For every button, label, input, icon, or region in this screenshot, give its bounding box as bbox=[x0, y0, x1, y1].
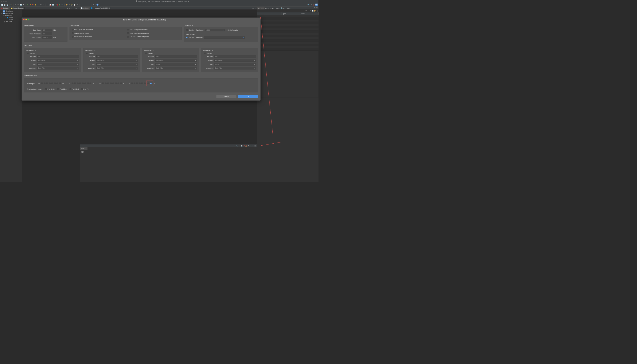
pencil-icon[interactable]: ✏ bbox=[68, 4, 70, 6]
table-row[interactable] bbox=[257, 24, 319, 26]
maximize-icon[interactable]: ▢ bbox=[254, 7, 256, 9]
port-22-checkbox[interactable] bbox=[74, 82, 76, 84]
screenshot-icon[interactable]: 🖼 bbox=[92, 4, 95, 6]
port-7-checkbox[interactable] bbox=[131, 82, 133, 84]
minimize-icon[interactable]: ▭ bbox=[252, 145, 254, 147]
suspend-icon[interactable]: ⏸ bbox=[29, 4, 32, 6]
port-24-checkbox[interactable] bbox=[59, 82, 61, 84]
port-18-checkbox[interactable] bbox=[85, 82, 86, 84]
core-clock-input[interactable] bbox=[42, 29, 52, 32]
port-6-checkbox[interactable] bbox=[134, 82, 136, 84]
clock-prescaler-input[interactable] bbox=[42, 33, 52, 35]
list-icon[interactable]: 📋 bbox=[74, 4, 76, 6]
dialog-controls[interactable] bbox=[23, 19, 29, 20]
toggle-icon[interactable]: ⊞ bbox=[76, 4, 78, 6]
minimize-dot[interactable] bbox=[3, 1, 5, 2]
stop-icon[interactable]: ⏹ bbox=[23, 4, 25, 6]
close-icon[interactable]: × bbox=[88, 7, 89, 9]
cancel-button[interactable]: Cancel bbox=[217, 95, 236, 98]
comp-3-var-input[interactable] bbox=[214, 55, 256, 58]
fold-checkbox[interactable] bbox=[72, 36, 74, 38]
vars-col-name[interactable] bbox=[257, 12, 282, 15]
close-icon[interactable]: × bbox=[8, 7, 9, 9]
table-row[interactable] bbox=[257, 40, 319, 42]
table-row[interactable] bbox=[257, 37, 319, 40]
comp-2-size-select[interactable]: Word▾ bbox=[155, 63, 197, 66]
variables-tab[interactable]: (x)=V…× bbox=[257, 7, 265, 10]
port-9-checkbox[interactable] bbox=[118, 82, 120, 84]
add-icon[interactable]: ＋ bbox=[250, 145, 252, 147]
port-15-checkbox[interactable] bbox=[102, 82, 104, 84]
undo-icon[interactable]: ↶ bbox=[15, 4, 17, 6]
priv-15-8-checkbox[interactable] bbox=[70, 88, 71, 90]
ts-prescaler-select[interactable]: 1⇅ bbox=[204, 36, 245, 39]
menu-icon[interactable]: ⋮ bbox=[73, 7, 75, 9]
comp-1-size-select[interactable]: Word▾ bbox=[96, 63, 138, 66]
swo-clock-input[interactable] bbox=[42, 36, 52, 39]
expressions-tab[interactable]: 👓E… bbox=[269, 7, 275, 10]
port-27-checkbox[interactable] bbox=[52, 82, 53, 84]
run-icon[interactable]: ▶ bbox=[59, 4, 61, 6]
port-16-checkbox[interactable] bbox=[90, 82, 92, 84]
open-icon[interactable]: 📂 bbox=[66, 4, 68, 6]
table-row[interactable] bbox=[257, 22, 319, 24]
wand-icon[interactable]: 🪄 bbox=[71, 4, 73, 6]
table-row[interactable] bbox=[257, 48, 319, 50]
exetrc-checkbox[interactable] bbox=[127, 36, 129, 38]
port-29-checkbox[interactable] bbox=[47, 82, 48, 84]
back-icon[interactable]: ← bbox=[80, 4, 83, 6]
port-5-checkbox[interactable] bbox=[136, 82, 138, 84]
profile-icon[interactable]: 🔧 bbox=[62, 4, 64, 6]
forward-icon[interactable]: → bbox=[83, 4, 85, 6]
port-28-checkbox[interactable] bbox=[49, 82, 51, 84]
next-icon[interactable]: → bbox=[88, 4, 91, 6]
port-14-checkbox[interactable] bbox=[105, 82, 107, 84]
port-8-checkbox[interactable] bbox=[120, 82, 122, 84]
search-icon[interactable]: 🔍 bbox=[308, 4, 310, 6]
minimize-icon[interactable]: ▭ bbox=[252, 7, 254, 9]
wrench-icon[interactable]: 🔧 bbox=[236, 145, 238, 147]
close-icon[interactable]: × bbox=[263, 7, 264, 9]
collapse-icon[interactable]: ⊟ bbox=[305, 10, 307, 12]
new-icon[interactable]: 📄 bbox=[312, 10, 314, 12]
terminate-icon[interactable]: ⏹ bbox=[32, 4, 34, 6]
perspective-icon[interactable]: ⊞ bbox=[310, 4, 312, 6]
settings-icon[interactable]: ⚙ bbox=[248, 145, 249, 147]
view-menu-icon[interactable]: ⊞ bbox=[66, 7, 68, 9]
disconnect-icon[interactable]: ⚡ bbox=[35, 4, 37, 6]
import-icon[interactable]: → bbox=[308, 10, 309, 12]
port-3-checkbox[interactable] bbox=[141, 82, 143, 84]
ok-button[interactable]: OK bbox=[238, 95, 258, 98]
port-30-checkbox[interactable] bbox=[44, 82, 46, 84]
tree-project[interactable]: ⌄IDEL152RE-I2C bbox=[1, 12, 22, 14]
save-icon[interactable]: 💾 bbox=[241, 145, 243, 147]
minimize-dot[interactable] bbox=[26, 19, 27, 20]
project-explorer-tab[interactable]: 📁 Project Explorer bbox=[10, 7, 25, 10]
comp-0-var-input[interactable] bbox=[37, 55, 79, 58]
tree-exe[interactable]: ⌄⚙L152RE-I bbox=[1, 14, 22, 16]
open-icon[interactable]: 📂 bbox=[314, 10, 316, 12]
comp-3-access-select[interactable]: Read/Write▾ bbox=[214, 59, 256, 62]
delete-icon[interactable]: ✖ bbox=[243, 145, 245, 147]
exc-checkbox[interactable] bbox=[127, 29, 129, 30]
layout-icon[interactable]: ⊞ bbox=[310, 10, 312, 12]
priv-23-16-checkbox[interactable] bbox=[57, 88, 59, 90]
lsu-checkbox[interactable] bbox=[127, 32, 129, 34]
port-25-checkbox[interactable] bbox=[57, 82, 58, 84]
sleep-checkbox[interactable] bbox=[72, 32, 74, 34]
comp-0-access-select[interactable]: Read/Write▾ bbox=[37, 59, 79, 62]
collapse-icon[interactable]: ⇄ bbox=[69, 7, 70, 9]
comp-1-var-input[interactable] bbox=[96, 55, 138, 58]
port-23-checkbox[interactable] bbox=[72, 82, 74, 84]
maximize-dot[interactable] bbox=[28, 19, 29, 20]
close-icon[interactable]: × bbox=[86, 148, 86, 149]
port-26-checkbox[interactable] bbox=[54, 82, 56, 84]
table-row[interactable] bbox=[257, 28, 319, 31]
save-icon[interactable]: 💾 bbox=[4, 4, 6, 6]
new-icon[interactable]: 📄 bbox=[1, 4, 3, 6]
bug-icon[interactable]: 🐞 bbox=[56, 4, 58, 6]
priv-31-24-checkbox[interactable] bbox=[45, 88, 47, 90]
comp-3-generate-select[interactable]: Data Value▾ bbox=[214, 67, 256, 70]
refresh-icon[interactable]: 🔄 bbox=[20, 4, 22, 6]
resume-icon[interactable]: ▶ bbox=[27, 4, 29, 6]
